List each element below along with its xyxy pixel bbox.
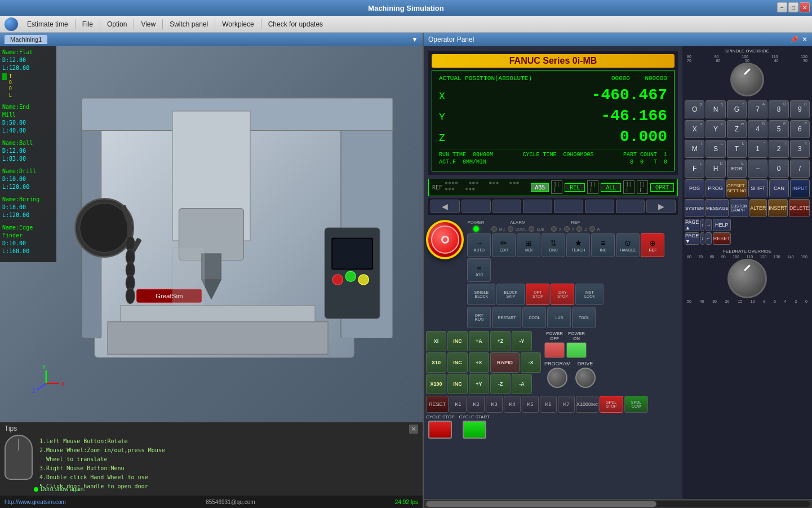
jog-inc3[interactable]: INC [447, 374, 468, 394]
key-up[interactable]: ↑ [700, 219, 704, 231]
k2-btn[interactable]: K2 [468, 396, 485, 413]
key-pos[interactable]: POS [685, 179, 704, 197]
all-button[interactable]: ALL [601, 183, 621, 192]
key-H[interactable]: HD [705, 160, 725, 178]
key-8[interactable]: 8B [769, 100, 788, 118]
menu-file[interactable]: File [79, 19, 96, 29]
program-dial[interactable] [547, 368, 567, 388]
key-minus[interactable]: − [748, 160, 767, 178]
key-can[interactable]: CAN [769, 179, 789, 197]
jog-x100[interactable]: X100 [426, 374, 446, 394]
jog-x10[interactable]: X10 [426, 352, 446, 373]
key-T[interactable]: Tk [727, 140, 747, 158]
soft-key-5[interactable] [585, 200, 614, 213]
abs-button[interactable]: ABS [531, 183, 549, 192]
key-Z[interactable]: Zw [727, 120, 747, 138]
key-alter[interactable]: ALTER [749, 199, 767, 217]
power-on-button[interactable] [566, 342, 587, 358]
e-stop-button[interactable] [426, 220, 464, 259]
key-shift[interactable]: SHIFT [748, 179, 768, 197]
jog-minus-x[interactable]: -X [521, 352, 541, 373]
key-M[interactable]: Mi [685, 140, 704, 158]
key-slash[interactable]: / [790, 160, 810, 178]
key-right[interactable]: → [705, 219, 712, 231]
spindle-override-knob[interactable] [730, 63, 764, 96]
jog-xi[interactable]: XI [426, 331, 446, 351]
key-9[interactable]: 9C [790, 100, 810, 118]
close-button[interactable]: ✕ [800, 2, 810, 12]
cycle-start-button[interactable] [463, 421, 486, 439]
key-help[interactable]: HELP [713, 219, 731, 231]
jog-plus-z[interactable]: +Z [490, 331, 511, 351]
soft-key-6[interactable] [616, 200, 645, 213]
jog-minus-y[interactable]: -Y [512, 331, 532, 351]
key-insert[interactable]: INSERT [768, 199, 788, 217]
menu-switch-panel[interactable]: Switch panel [166, 19, 211, 29]
opt-stop-btn[interactable]: OPTSTOP [526, 284, 549, 305]
scrollbar-thumb[interactable] [426, 501, 656, 507]
key-offset[interactable]: OFFSETSETTING [726, 179, 747, 197]
k4-btn[interactable]: K4 [504, 396, 521, 413]
key-O[interactable]: Op [685, 100, 704, 118]
soft-key-left[interactable]: ◀ [431, 200, 460, 213]
jog-rapid[interactable]: RAPID [490, 352, 520, 373]
restart-btn[interactable]: RESTART [492, 307, 521, 328]
k1-btn[interactable]: K1 [450, 396, 467, 413]
key-delete[interactable]: DELETE [789, 199, 810, 217]
op-pin-button[interactable]: 📌 [790, 36, 798, 43]
viewport-dropdown[interactable]: ▼ [411, 36, 418, 43]
mode-auto[interactable]: → AUTO [467, 233, 491, 257]
mode-ref[interactable]: ⊕ REF [641, 233, 664, 257]
dry-stop-btn[interactable]: DRYSTOP [551, 284, 574, 305]
jog-minus-z[interactable]: -Z [490, 374, 511, 394]
viewport-canvas[interactable]: GreatSim X Y Z [0, 46, 423, 422]
k7-btn[interactable]: K7 [558, 396, 575, 413]
jog-plus-x[interactable]: +X [469, 352, 489, 373]
key-reset[interactable]: RESET [713, 232, 731, 245]
menu-option[interactable]: Option [104, 19, 130, 29]
key-3[interactable]: 3# [790, 140, 810, 158]
single-block-btn[interactable]: SINGLEBLOCK [467, 284, 495, 305]
menu-check-updates[interactable]: Check for updates [265, 19, 326, 29]
soft-key-3[interactable] [523, 200, 552, 213]
key-2[interactable]: 2! [769, 140, 788, 158]
key-page-up[interactable]: PAGE▲ [685, 219, 699, 231]
jog-plus-a[interactable]: +A [469, 331, 489, 351]
menu-view[interactable]: View [137, 19, 159, 29]
menu-estimate-time[interactable]: Estimate time [24, 19, 72, 29]
key-down[interactable]: ↓ [700, 232, 704, 245]
jog-inc-row[interactable]: INC [447, 331, 468, 351]
key-EOB[interactable]: EOBE [727, 160, 747, 178]
key-prog[interactable]: PROG [705, 179, 725, 197]
key-N[interactable]: Nq [705, 100, 725, 118]
mst-lock-btn[interactable]: MSTLOCK [575, 284, 604, 305]
soft-key-1[interactable] [462, 200, 491, 213]
rel-button[interactable]: REL [565, 183, 585, 192]
key-S[interactable]: SL [705, 140, 725, 158]
key-G[interactable]: Gr [727, 100, 747, 118]
viewport-tab[interactable]: Machining1 [5, 35, 47, 44]
mode-edit[interactable]: ✏ EDIT [492, 233, 516, 257]
mode-jog[interactable]: ≈ JOG [467, 258, 491, 282]
dont-show-checkbox[interactable] [34, 487, 38, 492]
key-5[interactable]: 5E [769, 120, 788, 138]
mode-teach[interactable]: ★ TEACH [566, 233, 590, 257]
power-off-button[interactable] [544, 342, 565, 358]
drive-dial[interactable] [575, 368, 596, 388]
oprt-button[interactable]: OPRT [650, 183, 674, 192]
key-7[interactable]: 7A [748, 100, 767, 118]
cool-btn[interactable]: COOL [522, 307, 546, 328]
bottom-scrollbar[interactable] [424, 499, 812, 508]
x1000-btn[interactable]: X1000INC [576, 396, 598, 413]
soft-key-4[interactable] [554, 200, 583, 213]
key-custom-graph[interactable]: CUSTOMGRAPH [730, 199, 748, 217]
cycle-stop-button[interactable] [428, 421, 452, 439]
key-message[interactable]: MESSAGE [705, 199, 729, 217]
feedrate-override-knob[interactable] [727, 259, 767, 298]
key-Y[interactable]: Yv [705, 120, 725, 138]
dry-run-btn[interactable]: DRYRUN [467, 307, 491, 328]
tips-close-button[interactable]: ✕ [409, 425, 418, 434]
maximize-button[interactable]: □ [788, 2, 798, 12]
block-skip-btn[interactable]: BLOCKSKIP [496, 284, 525, 305]
key-4[interactable]: 4D [748, 120, 767, 138]
